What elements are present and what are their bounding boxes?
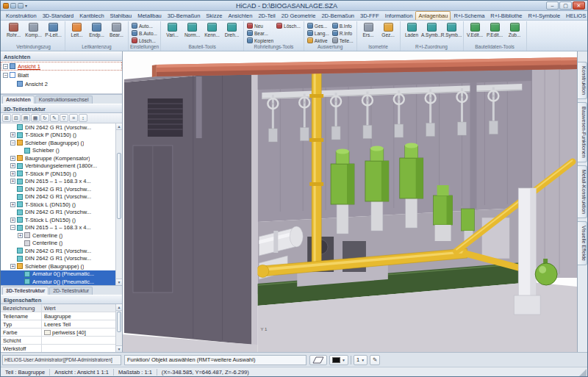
menu-icon[interactable]: ≡ (69, 114, 78, 122)
maximize-button[interactable]: ▢ (559, 1, 572, 10)
refresh-icon[interactable]: ↻ (40, 114, 49, 122)
tree-item[interactable]: +Centerline () (1, 231, 115, 240)
tree-item[interactable]: Armatur 0() (Pneumatic... (1, 278, 115, 285)
r-info-button[interactable]: R.Info (331, 29, 354, 37)
auto-button[interactable]: Auto... (130, 22, 154, 29)
expand-icon[interactable]: + (10, 264, 15, 269)
structure-scrollbar[interactable]: ▲ ▼ (115, 123, 122, 285)
grid-view-icon[interactable]: ▦ (31, 114, 40, 122)
laden-button[interactable]: Laden (402, 22, 422, 38)
p-leit-button[interactable]: P-Leit... (43, 22, 63, 38)
gez-button[interactable]: Gez... (379, 22, 398, 38)
ribbon-tab-metallbau[interactable]: Metallbau (135, 11, 165, 20)
property-row[interactable]: Schicht (1, 337, 115, 345)
ribbon-tab-r-i-bibliothe[interactable]: R+I-Bibliothe (487, 11, 525, 20)
sort-icon[interactable]: ↕ (79, 114, 87, 122)
expand-icon[interactable]: + (10, 132, 15, 137)
undo-icon[interactable] (18, 3, 24, 9)
komp-button[interactable]: Komp... (24, 22, 43, 38)
neu-button[interactable]: Neu (245, 22, 265, 29)
scrollbar-thumb[interactable] (117, 153, 121, 219)
ribbon-tab-2d-bemaßun[interactable]: 2D-Bemaßun (318, 11, 357, 20)
expand-all-icon[interactable]: ⊞ (2, 114, 11, 122)
expand-icon[interactable]: + (10, 163, 15, 168)
function-tab-metall-konstruktion[interactable]: Metall-Konstruktion (578, 165, 587, 218)
ribbon-tab-helios-pdm[interactable]: HELiOS PDM (563, 11, 587, 20)
ribbon-tab-2d-teil[interactable]: 2D-Teil (255, 11, 278, 20)
teile-button[interactable]: Teile... (331, 37, 355, 44)
minimize-button[interactable]: – (546, 1, 559, 10)
list-view-icon[interactable]: ▤ (21, 114, 30, 122)
tree-item[interactable]: Centerline () (1, 240, 115, 248)
v-edit-button[interactable]: V.Edit... (465, 22, 485, 38)
tree-item[interactable]: +T-Stück P (DN150) () (1, 170, 115, 178)
collapse-icon[interactable]: − (10, 225, 15, 230)
expand-icon[interactable]: + (10, 202, 15, 207)
scroll-up-icon[interactable]: ▲ (116, 304, 122, 311)
panel-tab-ansichten[interactable]: Ansichten (2, 96, 35, 104)
ribbon-tab-3d-bemaßun[interactable]: 3D-Bemaßun (165, 11, 204, 20)
expand-icon[interactable]: + (10, 156, 15, 161)
scroll-down-icon[interactable]: ▼ (116, 345, 122, 352)
app-icon[interactable] (3, 3, 9, 9)
tree-item[interactable]: −Schieber (Baugruppe) () (1, 139, 115, 147)
collapse-icon[interactable]: − (10, 140, 15, 146)
property-row[interactable]: Farbeperlweiss [40] (1, 328, 115, 337)
property-row[interactable]: Werkstoff (1, 345, 115, 352)
collapse-all-icon[interactable]: ⊟ (12, 114, 21, 122)
expand-icon[interactable]: + (10, 179, 15, 184)
tree-item[interactable]: +Baugruppe (Kompensator) (1, 154, 115, 162)
property-row[interactable]: TypLeeres Teil (1, 320, 115, 328)
ribbon-tab-r-i-symbole[interactable]: R+I-Symbole (526, 11, 564, 20)
expand-icon[interactable]: + (10, 171, 15, 176)
bear-button[interactable]: Bear... (107, 22, 126, 38)
r-symb-button[interactable]: R.Symb... (442, 22, 462, 38)
ribbon-tab-2d-geometrie[interactable]: 2D Geometrie (279, 11, 319, 20)
ribbon-tab-ansichten[interactable]: Ansichten (225, 11, 255, 20)
kopieren-button[interactable]: Kopieren (245, 37, 275, 44)
filter-icon[interactable]: ▽ (60, 114, 68, 122)
ribbon-tab-anlagenbau[interactable]: Anlagenbau (415, 11, 451, 20)
b-auto-button[interactable]: B.Auto... (130, 29, 159, 37)
tree-item[interactable]: +DIN 2615 – 1 – 168.3 x 4... (1, 178, 115, 186)
tree-item[interactable]: Schieber () (1, 147, 115, 155)
save-icon[interactable] (10, 3, 16, 9)
tree-item[interactable]: −DIN 2615 – 1 – 168.3 x 4... (1, 224, 115, 232)
tree-item[interactable]: −Ansicht 1 (1, 62, 122, 71)
tree-item[interactable]: −Blatt (1, 71, 122, 79)
tree-item[interactable]: +T-Stück P (DN150) () (1, 132, 115, 140)
tree-item[interactable]: DIN 2642 G R1 (Vorschw... (1, 185, 115, 193)
property-row[interactable]: TeilenameBaugruppe (1, 312, 115, 320)
bear-button[interactable]: Bear... (245, 29, 270, 37)
collapse-icon[interactable]: − (3, 64, 8, 69)
tree-item[interactable]: DIN 2642 G R1 (Vorschw... (1, 247, 115, 255)
lösch-button[interactable]: Lösch... (275, 22, 302, 29)
ribbon-tab-konstruktion[interactable]: Konstruktion (3, 11, 40, 20)
rohr-button[interactable]: Rohr... (4, 22, 24, 38)
close-button[interactable]: ✕ (573, 1, 585, 10)
collapse-icon[interactable]: − (3, 73, 8, 78)
endp-button[interactable]: Endp... (87, 22, 107, 38)
b-info-button[interactable]: B.Info (331, 22, 354, 29)
kenn-button[interactable]: Kenn... (202, 22, 222, 38)
ribbon-tab-information[interactable]: Information (382, 11, 416, 20)
norm-button[interactable]: Norm... (182, 22, 202, 38)
ribbon-tab-stahlbau[interactable]: Stahlbau (107, 11, 135, 20)
scale-dropdown[interactable]: 1 ▼ (354, 355, 368, 365)
tree-item[interactable]: Armatur 0() (Pneumatic... (1, 270, 115, 279)
function-tab-bauwesen-funktionen[interactable]: Bauwesen-Funktionen (578, 102, 587, 162)
vari-button[interactable]: Vari... (162, 22, 182, 38)
scroll-up-icon[interactable]: ▲ (116, 123, 122, 130)
plane-selector-button[interactable] (309, 355, 327, 365)
scroll-down-icon[interactable]: ▼ (116, 279, 122, 285)
viewport-3d-canvas[interactable]: Y 1 (123, 51, 577, 352)
tree-item[interactable]: DIN 2642 G R1 (Vorschw... (1, 193, 115, 201)
lösch-button[interactable]: Lösch... (130, 37, 157, 44)
ribbon-tab-3d-standard[interactable]: 3D-Standard (40, 11, 77, 20)
expand-icon[interactable]: + (18, 233, 23, 238)
panel-tab-3d-teilestruktur[interactable]: 3D-Teilestruktur (2, 287, 49, 295)
lang-button[interactable]: Lang... (306, 29, 331, 37)
function-tab-konstruktion[interactable]: Konstruktion (578, 62, 587, 99)
tree-item[interactable]: DIN 2642 G R1 (Vorschw... (1, 255, 115, 263)
dreh-button[interactable]: Dreh... (222, 22, 242, 38)
